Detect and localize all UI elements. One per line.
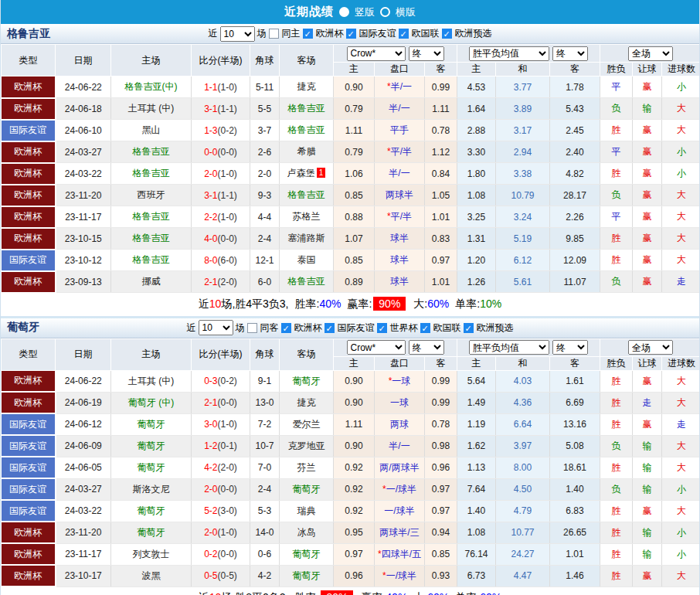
halftime-score: (1-0) [218, 527, 237, 538]
crown-home-odds: 0.79 [334, 98, 375, 120]
odds-final-select[interactable]: 终 [409, 340, 444, 355]
avg-draw-odds: 6.64 [496, 413, 550, 435]
goals-result-cell: 小 [662, 163, 700, 185]
league-checkbox-label[interactable]: 世界杯 [390, 321, 418, 335]
summary-stat: 胜率:40% [295, 298, 342, 310]
stat-label: 单率: [455, 298, 480, 310]
goals-result-cell: 大 [662, 457, 700, 478]
handicap-line: 一/球半 [384, 505, 414, 516]
results-table: 类型日期主场比分(半场)角球客场Crow*终胜平负均值终全场主盘口客主和客胜负让… [1, 44, 700, 294]
crown-away-odds: 0.96 [425, 457, 457, 478]
odds-source-select[interactable]: Crow* [347, 46, 406, 61]
avg-home-odds: 2.88 [457, 120, 496, 141]
section-header: 葡萄牙近10场同客✓欧洲杯✓国际友谊✓世界杯✓欧国联✓欧洲预选 [1, 318, 699, 338]
match-row: 国际友谊24-03-27斯洛文尼2-0(0-0)2-4葡萄牙0.92*一/球半0… [2, 478, 700, 500]
column-header: 客场 [280, 45, 334, 76]
same-venue-checkbox[interactable] [247, 323, 257, 333]
team-name: 葡萄牙 [7, 321, 39, 335]
odds-source-select[interactable]: Crow* [347, 340, 406, 355]
fulltime-score: 2-1 [204, 397, 217, 408]
away-team-name: 克罗地亚 [288, 440, 325, 451]
league-type-cell: 国际友谊 [2, 120, 56, 141]
date-cell: 23-11-17 [56, 543, 111, 565]
fulltime-score: 2-0 [204, 527, 217, 538]
match-count-select[interactable]: 10 [199, 320, 233, 335]
league-checkbox-label[interactable]: 国际友谊 [359, 27, 396, 40]
stat-label: 赢率: [361, 591, 386, 595]
league-checkbox[interactable]: ✓ [281, 323, 291, 333]
match-row: 欧洲杯23-11-17列支敦士0-2(0-0)0-6葡萄牙0.97*四球半/五0… [2, 543, 700, 565]
league-checkbox-label[interactable]: 欧洲杯 [316, 27, 344, 40]
portrait-radio-label[interactable]: 竖版 [355, 5, 375, 19]
stat-label: 赢率: [347, 298, 372, 310]
match-row: 国际友谊24-06-10黑山1-3(0-2)3-7格鲁吉亚1.11平手0.782… [2, 120, 700, 141]
same-venue-label[interactable]: 同客 [260, 321, 279, 335]
wdl-result-cell: 胜 [600, 370, 633, 392]
handicap-line-cell: 半/一 [375, 163, 425, 185]
summary-stat: 大:60% [413, 298, 449, 310]
handicap-line-cell: *半/一 [375, 76, 425, 98]
league-checkbox-label[interactable]: 欧国联 [433, 321, 461, 335]
league-checkbox-label[interactable]: 欧洲杯 [294, 321, 322, 335]
league-checkbox-label[interactable]: 欧洲预选 [477, 321, 514, 335]
handicap-line: 一/球半 [386, 484, 416, 495]
league-checkbox-label[interactable]: 国际友谊 [338, 321, 375, 335]
league-checkbox-label[interactable]: 欧洲预选 [455, 27, 492, 40]
league-checkbox[interactable]: ✓ [346, 29, 356, 39]
avg-odds-select[interactable]: 胜平负均值 [469, 340, 549, 355]
landscape-radio[interactable] [380, 7, 390, 17]
match-row: 欧洲杯23-09-13挪威2-1(2-0)6-0格鲁吉亚0.89球半1.011.… [2, 271, 700, 293]
sub-column-header: 主 [334, 63, 375, 76]
avg-final-select[interactable]: 终 [552, 46, 588, 61]
scope-select[interactable]: 全场 [628, 340, 673, 355]
match-row: 欧洲杯24-06-18土耳其 (中)3-1(1-1)5-5格鲁吉亚0.79半/一… [2, 98, 700, 120]
date-cell: 24-06-10 [56, 120, 111, 141]
league-type-cell: 国际友谊 [2, 250, 56, 271]
league-checkbox[interactable]: ✓ [377, 323, 387, 333]
avg-odds-select[interactable]: 胜平负均值 [469, 46, 549, 61]
league-checkbox[interactable]: ✓ [420, 323, 430, 333]
match-count-select[interactable]: 10 [220, 26, 255, 42]
sections-container: 格鲁吉亚近10场同主✓欧洲杯✓国际友谊✓欧国联✓欧洲预选类型日期主场比分(半场)… [1, 24, 699, 595]
match-row: 国际友谊23-10-12格鲁吉亚8-0(6-0)12-1泰国0.85球半0.97… [2, 250, 700, 271]
crown-away-odds: 0.99 [425, 76, 457, 98]
league-checkbox[interactable]: ✓ [325, 323, 335, 333]
goals-result-cell: 大 [662, 250, 700, 271]
crown-home-odds: 0.85 [334, 185, 375, 206]
goals-result-cell: 走 [662, 413, 700, 435]
league-type-cell: 欧洲杯 [2, 392, 56, 413]
portrait-radio[interactable] [339, 7, 349, 17]
home-team-cell: 格鲁吉亚 [111, 250, 192, 271]
home-team-cell: 波黑 [111, 565, 192, 586]
column-header: 日期 [56, 45, 111, 76]
corner-cell: 5-3 [250, 500, 280, 522]
date-cell: 23-11-20 [56, 522, 111, 543]
handicap-line-cell: 球半 [375, 271, 425, 293]
league-checkbox[interactable]: ✓ [303, 29, 313, 39]
crown-home-odds: 0.89 [334, 271, 375, 293]
home-team-cell: 葡萄牙 [111, 500, 192, 522]
scope-select[interactable]: 全场 [628, 46, 673, 61]
league-checkbox[interactable]: ✓ [399, 29, 409, 39]
handicap-line: 两球半 [386, 189, 413, 200]
fulltime-score: 0-3 [204, 376, 217, 386]
avg-final-select[interactable]: 终 [552, 340, 588, 355]
same-venue-label[interactable]: 同主 [282, 27, 301, 40]
avg-home-odds: 4.53 [457, 76, 496, 98]
landscape-radio-label[interactable]: 横版 [396, 5, 416, 19]
column-header: 角球 [250, 338, 280, 370]
date-cell: 24-03-22 [56, 500, 111, 522]
away-team-name: 爱尔兰 [293, 419, 321, 430]
avg-home-odds: 1.80 [457, 163, 496, 185]
league-checkbox-label[interactable]: 欧国联 [412, 27, 440, 40]
league-checkbox[interactable]: ✓ [464, 323, 474, 333]
away-team-cell: 塞浦路斯 [280, 228, 334, 250]
same-venue-checkbox[interactable] [269, 29, 279, 39]
score-cell: 2-0(1-0) [192, 522, 250, 543]
filter-bar: 近10场同主✓欧洲杯✓国际友谊✓欧国联✓欧洲预选 [209, 26, 492, 42]
league-checkbox[interactable]: ✓ [442, 29, 452, 39]
odds-final-select[interactable]: 终 [409, 46, 444, 61]
column-header: 日期 [56, 338, 111, 370]
handicap-line-cell: 平手 [375, 120, 425, 141]
handicap-result-cell: 赢 [633, 250, 662, 271]
